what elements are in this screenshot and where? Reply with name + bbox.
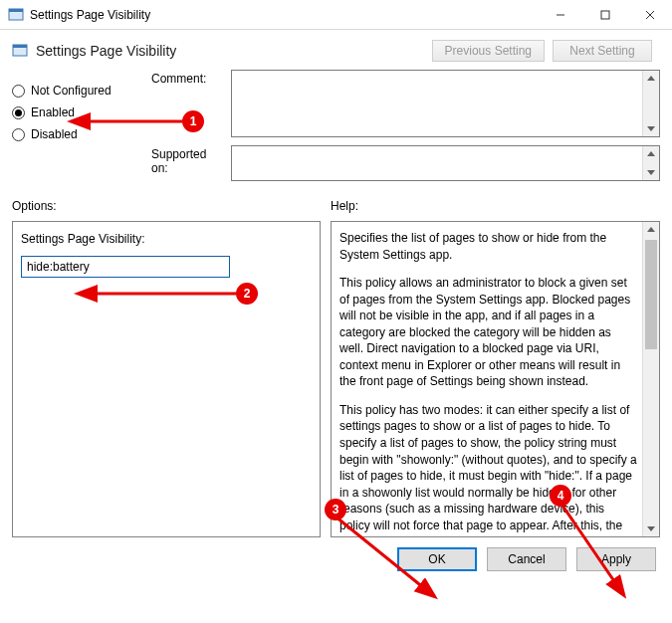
options-label: Options:	[12, 199, 331, 213]
header: Settings Page Visibility Previous Settin…	[0, 30, 672, 66]
help-paragraph: This policy allows an administrator to b…	[339, 275, 637, 390]
ok-button[interactable]: OK	[397, 547, 477, 571]
radio-label: Disabled	[31, 127, 78, 141]
help-paragraph: This policy has two modes: it can either…	[339, 402, 637, 537]
help-paragraph: Specifies the list of pages to show or h…	[339, 230, 637, 263]
radio-label: Not Configured	[31, 84, 112, 98]
cancel-button[interactable]: Cancel	[487, 547, 566, 571]
radio-label: Enabled	[31, 105, 75, 119]
scrollbar-thumb[interactable]	[645, 240, 657, 349]
page-title: Settings Page Visibility	[36, 43, 176, 59]
title-bar: Settings Page Visibility	[0, 0, 672, 30]
next-setting-button[interactable]: Next Setting	[553, 40, 652, 62]
option-field-label: Settings Page Visibility:	[21, 232, 312, 246]
radio-disabled[interactable]: Disabled	[12, 127, 151, 141]
help-label: Help:	[331, 199, 358, 213]
scrollbar[interactable]	[642, 146, 659, 180]
radio-enabled[interactable]: Enabled	[12, 105, 151, 119]
supported-on-label: Supported on:	[151, 145, 231, 175]
svg-rect-7	[13, 45, 27, 48]
dialog-buttons: OK Cancel Apply	[0, 537, 672, 581]
radio-icon	[12, 85, 25, 98]
maximize-button[interactable]	[582, 0, 627, 29]
comment-label: Comment:	[151, 70, 231, 86]
close-button[interactable]	[627, 0, 672, 29]
radio-not-configured[interactable]: Not Configured	[12, 84, 151, 98]
window-title: Settings Page Visibility	[30, 8, 538, 22]
radio-icon	[12, 106, 25, 119]
help-pane: Specifies the list of pages to show or h…	[331, 221, 660, 537]
scrollbar[interactable]	[642, 222, 659, 536]
comment-textarea[interactable]	[231, 70, 660, 137]
supported-on-textarea[interactable]	[231, 145, 660, 181]
app-icon	[8, 7, 24, 23]
svg-rect-3	[601, 11, 609, 19]
apply-button[interactable]: Apply	[576, 547, 656, 571]
svg-rect-1	[9, 9, 23, 12]
options-pane: Settings Page Visibility:	[12, 221, 321, 537]
radio-icon	[12, 128, 25, 141]
minimize-button[interactable]	[538, 0, 582, 29]
settings-page-visibility-input[interactable]	[21, 256, 230, 278]
previous-setting-button[interactable]: Previous Setting	[432, 40, 545, 62]
policy-icon	[12, 43, 28, 59]
scrollbar[interactable]	[642, 71, 659, 136]
state-radio-group: Not Configured Enabled Disabled	[12, 70, 151, 181]
